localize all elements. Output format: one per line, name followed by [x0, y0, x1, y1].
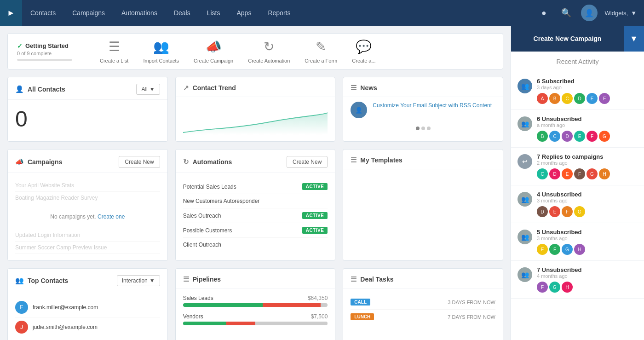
- nav-collapse-btn[interactable]: ►: [0, 0, 22, 26]
- contact-trend-header: ↗ Contact Trend: [176, 77, 335, 97]
- trend-icon: ↗: [183, 84, 189, 92]
- nav-reports[interactable]: Reports: [259, 0, 299, 26]
- contact-item[interactable]: F frank.miller@example.com: [15, 298, 160, 317]
- nav-contacts[interactable]: Contacts: [22, 0, 64, 26]
- contact-item[interactable]: J jack.jones@example.com: [15, 337, 160, 340]
- news-dot-2[interactable]: [421, 127, 425, 130]
- news-link[interactable]: Customize Your Email Subject with RSS Co…: [373, 102, 492, 109]
- activity-time: 2 months ago: [537, 160, 638, 166]
- news-icon: ☰: [351, 84, 356, 92]
- contacts-icon: 👤: [15, 85, 24, 93]
- activity-info: 7 Unsubscribed 4 months ago FGH: [537, 266, 638, 293]
- activity-avatar: G: [599, 131, 610, 142]
- campaigns-header: 📣 Campaigns Create New: [8, 150, 167, 173]
- getting-started-bar: ✓ Getting Started 0 of 9 complete ☰ Crea…: [7, 33, 503, 69]
- automation-item[interactable]: New Customers Autoresponder: [183, 194, 328, 208]
- create-one-link[interactable]: Create one: [98, 213, 125, 220]
- activity-item: 👥 5 Unsubscribed 3 months ago EFGH: [511, 223, 644, 261]
- gs-step-automation[interactable]: ↻ Create Automation: [248, 39, 290, 63]
- activity-avatar: H: [599, 168, 610, 179]
- news-dot-3[interactable]: [427, 127, 431, 130]
- campaign-item[interactable]: Updated Login Information: [15, 229, 160, 242]
- automation-item[interactable]: Potential Sales Leads ACTIVE: [183, 179, 328, 194]
- automation-item[interactable]: Sales Outreach ACTIVE: [183, 208, 328, 223]
- chevron-down-icon: ▼: [150, 86, 155, 92]
- activity-avatar: C: [562, 93, 573, 104]
- activity-avatars: CDEFGH: [537, 168, 638, 179]
- deal-tasks-title: ☰ Deal Tasks: [351, 275, 393, 283]
- gs-steps: ☰ Create a List 👥 Import Contacts 📣 Crea…: [100, 39, 494, 63]
- campaign-item[interactable]: Boating Magazine Reader Survey: [15, 192, 160, 204]
- activity-avatars: EFGH: [537, 244, 638, 255]
- all-contacts-card: 👤 All Contacts All ▼ 0: [7, 77, 168, 142]
- gs-step-import[interactable]: 👥 Import Contacts: [143, 39, 179, 63]
- nav-lists[interactable]: Lists: [199, 0, 229, 26]
- activity-avatar: F: [586, 131, 598, 142]
- news-avatar: 👤: [351, 102, 367, 118]
- user-menu[interactable]: Widgets, ▼: [605, 10, 637, 17]
- create-campaign-dropdown-btn[interactable]: ▼: [624, 26, 644, 52]
- trend-chart: [183, 107, 328, 135]
- activity-dot: 👥: [518, 230, 532, 244]
- news-title: ☰ News: [351, 84, 377, 92]
- import-icon: 👥: [153, 39, 169, 54]
- pipeline-red: [263, 303, 321, 307]
- nav-campaigns[interactable]: Campaigns: [64, 0, 113, 26]
- call-badge: CALL: [351, 299, 370, 305]
- campaign-item[interactable]: Summer Soccer Camp Preview Issue: [15, 242, 160, 254]
- pipeline-gray: [321, 303, 328, 307]
- pipelines-card: ☰ Pipelines Sales Leads $64,350: [175, 268, 336, 340]
- activity-avatar: B: [549, 93, 560, 104]
- activity-avatar: C: [537, 168, 548, 179]
- activity-avatar: F: [549, 244, 560, 255]
- create-campaign-btn[interactable]: Create New Campaign: [511, 26, 624, 52]
- search-icon[interactable]: 🔍: [559, 6, 574, 20]
- news-dot-1[interactable]: [416, 127, 420, 130]
- contact-item[interactable]: J judie.smith@example.com: [15, 317, 160, 337]
- list-icon: ☰: [109, 39, 120, 54]
- activity-count: 6 Unsubscribed: [537, 115, 638, 122]
- campaigns-create-btn[interactable]: Create New: [119, 156, 160, 168]
- contact-trend-title: ↗ Contact Trend: [183, 84, 236, 92]
- deal-task-item[interactable]: LUNCH 7 DAYS FROM NOW: [351, 310, 495, 324]
- automation-item[interactable]: Client Outreach: [183, 238, 328, 252]
- all-contacts-body: 0: [8, 100, 167, 138]
- nav-apps[interactable]: Apps: [229, 0, 260, 26]
- recent-activity-title: Recent Activity: [511, 52, 644, 72]
- main-content: ✓ Getting Started 0 of 9 complete ☰ Crea…: [0, 26, 511, 340]
- automations-create-btn[interactable]: Create New: [287, 156, 328, 168]
- gs-step-list[interactable]: ☰ Create a List: [100, 39, 128, 63]
- my-templates-card: ☰ My Templates: [343, 149, 503, 261]
- nav-automations[interactable]: Automations: [113, 0, 166, 26]
- activity-count: 7 Unsubscribed: [537, 266, 638, 273]
- contacts-filter-dropdown[interactable]: All ▼: [136, 84, 160, 95]
- activity-avatar: G: [549, 282, 560, 293]
- activity-avatar: D: [537, 206, 548, 217]
- contact-trend-card: ↗ Contact Trend: [175, 77, 336, 142]
- activity-avatars: FGH: [537, 282, 638, 293]
- top-contacts-filter[interactable]: Interaction ▼: [117, 275, 160, 286]
- automation-item[interactable]: Possible Customers ACTIVE: [183, 223, 328, 238]
- campaign-item[interactable]: Your April Website Stats: [15, 179, 160, 192]
- gs-step-campaign[interactable]: 📣 Create Campaign: [194, 39, 233, 63]
- deal-task-item[interactable]: CALL 3 DAYS FROM NOW: [351, 295, 495, 310]
- activity-dot: ↩: [518, 154, 532, 169]
- gs-step-form[interactable]: ✎ Create a Form: [305, 39, 337, 63]
- help-icon[interactable]: ●: [537, 6, 552, 20]
- pipeline-green: [183, 322, 226, 325]
- pipelines-header: ☰ Pipelines: [176, 269, 335, 288]
- right-panel: Create New Campaign ▼ Recent Activity 👥 …: [511, 26, 644, 340]
- deal-tasks-card: ☰ Deal Tasks CALL 3 DAYS FROM NOW LUNCH …: [343, 268, 503, 340]
- dashboard-grid: 👤 All Contacts All ▼ 0 ↗ Co: [7, 77, 503, 340]
- activity-avatars: DEFG: [537, 206, 638, 217]
- gs-progress-bar: [17, 59, 72, 61]
- nav-deals[interactable]: Deals: [166, 0, 199, 26]
- gs-step-more[interactable]: 💬 Create a...: [352, 39, 375, 63]
- nav-right: ● 🔍 👤 Widgets, ▼: [537, 5, 644, 21]
- form-icon: ✎: [316, 39, 326, 54]
- activity-avatar: H: [562, 282, 573, 293]
- activity-dot: 👥: [518, 116, 532, 131]
- automations-body: Potential Sales Leads ACTIVE New Custome…: [176, 173, 335, 258]
- navbar: ► Contacts Campaigns Automations Deals L…: [0, 0, 644, 26]
- user-avatar[interactable]: 👤: [581, 5, 598, 21]
